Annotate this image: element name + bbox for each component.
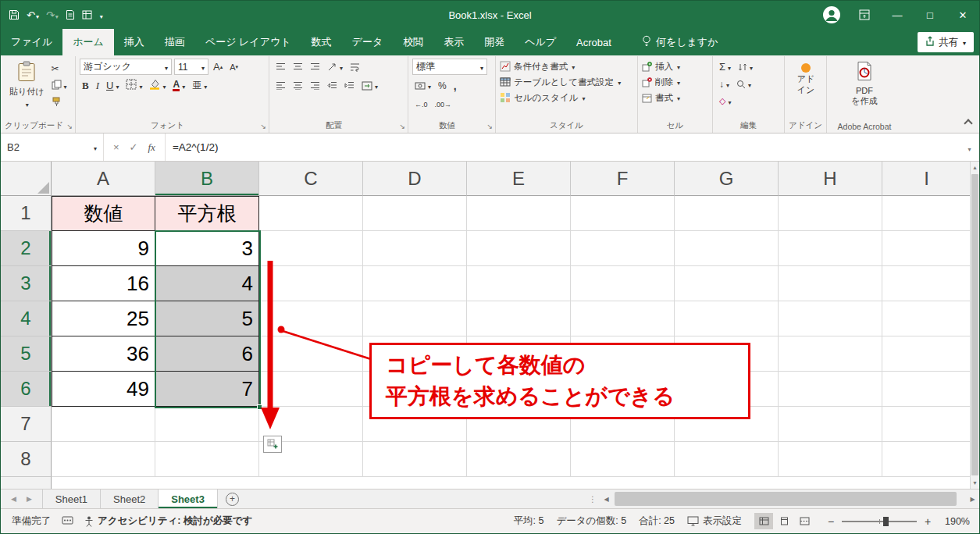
ribbon-tab-7[interactable]: 校閲 [393,29,433,55]
cell-A5[interactable]: 36 [52,336,155,372]
format-as-table-button[interactable]: テーブルとして書式設定 [500,74,633,90]
decrease-font-button[interactable] [227,59,241,75]
maximize-button[interactable]: □ [914,1,946,29]
decrease-indent-button[interactable] [325,77,340,94]
cell-E2[interactable] [467,231,571,266]
ribbon-tab-3[interactable]: 描画 [155,29,195,55]
cell-B5[interactable]: 6 [155,336,259,372]
page-layout-view-button[interactable] [775,513,793,529]
formula-input[interactable]: =A2^(1/2) [166,134,959,161]
column-header-B[interactable]: B [155,162,259,196]
horizontal-scroll-track[interactable] [613,490,966,508]
cell-A4[interactable]: 25 [52,301,155,336]
zoom-out-button[interactable]: − [826,515,836,528]
cell-B4[interactable]: 5 [155,301,259,336]
cell-B2[interactable]: 3 [155,231,259,266]
accessibility-checker[interactable]: アクセシビリティ: 検討が必要です [84,514,252,528]
insert-cells-button[interactable]: 挿入 [642,59,708,74]
ribbon-tab-1[interactable]: ホーム [62,29,114,55]
cell-E8[interactable] [467,442,571,477]
column-header-C[interactable]: C [259,162,363,196]
column-header-H[interactable]: H [779,162,882,196]
scroll-up-icon[interactable]: ▲ [971,162,979,173]
scroll-down-icon[interactable]: ▼ [971,477,979,489]
autofill-options-button[interactable] [263,436,282,453]
vertical-scrollbar[interactable]: ▲ ▼ [970,162,979,489]
tab-split-handle[interactable]: ⋮ [586,495,600,504]
cell-C4[interactable] [259,301,363,336]
cell-D8[interactable] [363,442,467,477]
cell-B3[interactable]: 4 [155,266,259,301]
ribbon-tab-10[interactable]: ヘルプ [515,29,566,55]
vertical-scrollbar-thumb[interactable] [971,174,978,475]
column-header-A[interactable]: A [52,162,155,196]
column-header-E[interactable]: E [467,162,571,196]
cell-G2[interactable] [675,231,779,266]
zoom-slider-thumb[interactable] [883,517,889,526]
cell-A7[interactable] [52,407,155,442]
cell-D3[interactable] [363,266,467,301]
minimize-button[interactable]: — [881,1,914,29]
align-bottom-button[interactable] [308,59,323,75]
cell-B6[interactable]: 7 [155,372,259,407]
cell-H7[interactable] [779,407,882,442]
scroll-right-icon[interactable]: ▶ [966,490,979,508]
cell-E3[interactable] [467,266,571,301]
share-button[interactable]: 共有 [918,32,974,52]
previous-sheet-icon[interactable]: ◀ [11,495,16,503]
cell-styles-button[interactable]: セルのスタイル [500,90,633,105]
clear-button[interactable] [717,93,733,109]
redo-button[interactable]: ↷ [46,9,59,21]
sheet-tab-Sheet1[interactable]: Sheet1 [42,490,101,508]
cell-H3[interactable] [779,266,882,301]
borders-button[interactable] [123,77,144,94]
copy-button[interactable] [49,77,69,94]
increase-indent-button[interactable] [342,77,357,94]
addins-button[interactable]: アドイン [789,59,823,98]
zoom-level[interactable]: 190% [945,516,970,527]
cell-G8[interactable] [675,442,779,477]
italic-button[interactable] [94,77,102,94]
cell-C6[interactable] [259,372,363,407]
ribbon-tab-11[interactable]: Acrobat [566,29,622,55]
orientation-button[interactable] [325,59,345,75]
cell-C1[interactable] [259,196,363,231]
cell-D4[interactable] [363,301,467,336]
ribbon-tab-9[interactable]: 開発 [474,29,515,55]
zoom-slider[interactable] [842,521,917,522]
sheet-tab-Sheet2[interactable]: Sheet2 [101,490,159,508]
row-header-6[interactable]: 6 [1,372,52,407]
cell-I6[interactable] [882,372,971,407]
collapse-ribbon-button[interactable] [964,119,972,127]
font-dialog-launcher[interactable] [260,123,266,130]
format-painter-button[interactable] [49,94,69,111]
cell-F4[interactable] [571,301,675,336]
page-break-view-button[interactable] [795,513,814,529]
conditional-formatting-button[interactable]: 条件付き書式 [500,59,633,74]
cell-A8[interactable] [52,442,155,477]
name-box[interactable]: B2 [1,134,104,161]
cell-I7[interactable] [882,407,971,442]
normal-view-button[interactable] [754,513,773,529]
cell-C3[interactable] [259,266,363,301]
cell-H5[interactable] [779,336,882,372]
align-right-button[interactable] [308,77,323,94]
cell-B1[interactable]: 平方根 [155,196,259,231]
number-dialog-launcher[interactable] [486,123,493,130]
cell-H6[interactable] [779,372,882,407]
paste-button[interactable]: 貼り付け [6,59,48,112]
font-size-select[interactable]: 11 [174,59,208,75]
cell-I4[interactable] [882,301,971,336]
save-icon[interactable] [9,9,20,20]
create-pdf-button[interactable]: PDF を作成 [848,59,880,109]
column-header-G[interactable]: G [675,162,779,196]
next-sheet-icon[interactable]: ▶ [27,495,32,503]
cell-A1[interactable]: 数値 [52,196,155,231]
cell-A2[interactable]: 9 [52,231,155,266]
cell-D2[interactable] [363,231,467,266]
expand-formula-bar-button[interactable] [959,134,979,161]
cell-A6[interactable]: 49 [52,372,155,407]
autosum-button[interactable] [717,59,733,75]
align-center-button[interactable] [290,77,305,94]
cell-G1[interactable] [675,196,779,231]
